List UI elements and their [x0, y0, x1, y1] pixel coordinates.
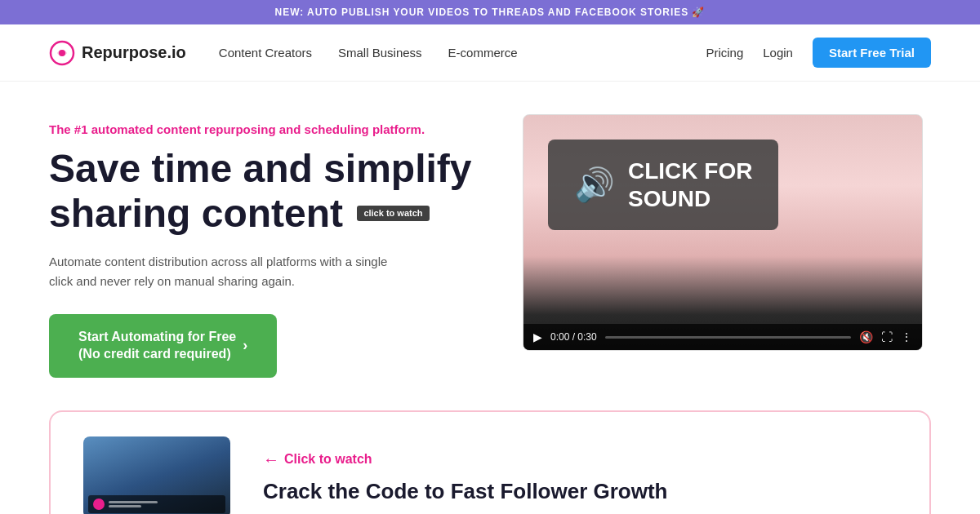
hero-description: Automate content distribution across all…: [49, 252, 392, 291]
nav-link-small-business[interactable]: Small Business: [338, 46, 422, 60]
tagline-highlight: #1: [74, 122, 88, 136]
start-automating-button[interactable]: Start Automating for Free (No credit car…: [49, 314, 277, 378]
arrow-left-icon: ←: [263, 450, 279, 469]
announcement-bar: NEW: AUTO PUBLISH YOUR VIDEOS TO THREADS…: [0, 0, 980, 24]
fullscreen-icon[interactable]: ⛶: [881, 330, 893, 343]
hero-title: Save time and simplify sharing content c…: [49, 146, 474, 236]
hero-tagline: The #1 automated content repurposing and…: [49, 122, 474, 136]
thumbnail-avatar: [93, 498, 105, 510]
video-time: 0:00 / 0:30: [550, 331, 597, 343]
hero-title-line2: sharing content: [49, 192, 343, 235]
bottom-content: ← Click to watch Crack the Code to Fast …: [263, 450, 897, 504]
hero-title-line1: Save time and simplify: [49, 147, 472, 190]
more-options-icon[interactable]: ⋮: [901, 330, 912, 343]
speaker-icon: 🔊: [574, 166, 615, 204]
nav-pricing-link[interactable]: Pricing: [706, 46, 743, 60]
bottom-section: ← Click to watch Crack the Code to Fast …: [0, 410, 980, 514]
cta-line2: (No credit card required): [78, 347, 231, 361]
thumbnail-inner: [83, 436, 230, 514]
hero-right: 🔊 CLICK FOR SOUND ▶ 0:00 / 0:30 🔇 ⛶ ⋮: [523, 114, 931, 351]
nav-login-link[interactable]: Login: [763, 46, 793, 60]
tagline-after: automated content repurposing and schedu…: [88, 122, 425, 136]
hero-left: The #1 automated content repurposing and…: [49, 114, 474, 378]
bottom-card: ← Click to watch Crack the Code to Fast …: [49, 410, 931, 514]
play-button[interactable]: ▶: [533, 330, 542, 343]
click-for-sound-text: CLICK FOR SOUND: [628, 157, 752, 212]
mute-icon[interactable]: 🔇: [859, 330, 873, 343]
nav-link-content-creators[interactable]: Content Creators: [219, 46, 312, 60]
sound-line1: CLICK FOR: [628, 158, 752, 184]
thumbnail-text-lines: [109, 501, 158, 507]
click-to-watch-link[interactable]: ← Click to watch: [263, 450, 897, 469]
bottom-card-title: Crack the Code to Fast Follower Growth: [263, 479, 897, 504]
nav-link-ecommerce[interactable]: E-commerce: [448, 46, 518, 60]
tagline-before: The: [49, 122, 74, 136]
thumbnail-bar: [88, 495, 225, 513]
sound-line2: SOUND: [628, 186, 710, 211]
logo[interactable]: Repurpose.io: [49, 40, 186, 66]
logo-icon: [49, 40, 75, 66]
logo-text: Repurpose.io: [82, 43, 186, 62]
cta-line1: Start Automating for Free: [78, 330, 236, 343]
video-controls: ▶ 0:00 / 0:30 🔇 ⛶ ⋮: [523, 324, 922, 350]
click-to-watch-badge[interactable]: click to watch: [357, 206, 429, 221]
svg-point-1: [59, 50, 65, 56]
click-to-watch-label: Click to watch: [284, 452, 372, 467]
thumb-line-1: [109, 501, 158, 503]
video-control-icons: 🔇 ⛶ ⋮: [859, 330, 912, 343]
hero-section: The #1 automated content repurposing and…: [0, 82, 980, 402]
progress-bar[interactable]: [605, 336, 851, 339]
cta-text: Start Automating for Free (No credit car…: [78, 329, 236, 363]
nav-left-links: Content Creators Small Business E-commer…: [219, 46, 706, 60]
announcement-text: NEW: AUTO PUBLISH YOUR VIDEOS TO THREADS…: [275, 7, 706, 18]
start-free-trial-button[interactable]: Start Free Trial: [813, 38, 931, 68]
click-for-sound-overlay[interactable]: 🔊 CLICK FOR SOUND: [548, 140, 778, 230]
thumb-line-2: [109, 505, 141, 507]
navigation: Repurpose.io Content Creators Small Busi…: [0, 24, 980, 82]
bottom-thumbnail[interactable]: [83, 436, 230, 514]
cta-arrow-icon: ›: [243, 336, 247, 355]
nav-right-links: Pricing Login Start Free Trial: [706, 38, 931, 68]
video-player[interactable]: 🔊 CLICK FOR SOUND ▶ 0:00 / 0:30 🔇 ⛶ ⋮: [523, 114, 923, 351]
